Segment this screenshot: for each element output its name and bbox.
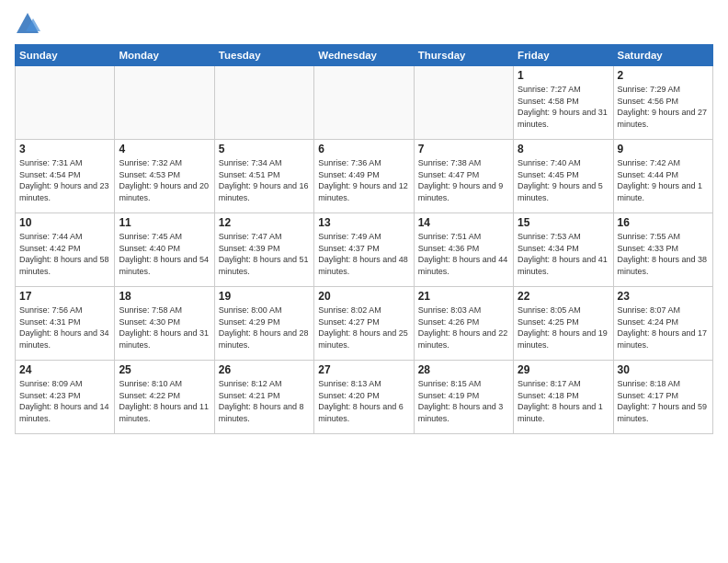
weekday-monday: Monday: [115, 45, 214, 66]
day-number: 11: [119, 216, 210, 229]
day-info: Sunrise: 8:17 AM Sunset: 4:18 PM Dayligh…: [518, 378, 609, 424]
day-number: 13: [318, 216, 409, 229]
day-number: 5: [219, 143, 310, 155]
day-info: Sunrise: 7:55 AM Sunset: 4:33 PM Dayligh…: [618, 231, 709, 277]
header: [15, 11, 713, 37]
day-number: 4: [119, 143, 210, 155]
day-info: Sunrise: 7:40 AM Sunset: 4:45 PM Dayligh…: [518, 157, 609, 203]
day-info: Sunrise: 8:02 AM Sunset: 4:27 PM Dayligh…: [318, 304, 409, 350]
calendar-cell: [214, 66, 313, 140]
weekday-tuesday: Tuesday: [214, 45, 313, 66]
calendar-cell: 22Sunrise: 8:05 AM Sunset: 4:25 PM Dayli…: [514, 287, 613, 361]
day-number: 2: [618, 69, 709, 82]
calendar-cell: 29Sunrise: 8:17 AM Sunset: 4:18 PM Dayli…: [514, 361, 613, 434]
calendar-cell: [314, 66, 414, 140]
calendar-cell: 11Sunrise: 7:45 AM Sunset: 4:40 PM Dayli…: [115, 213, 214, 287]
calendar-cell: [115, 66, 214, 140]
day-info: Sunrise: 7:31 AM Sunset: 4:54 PM Dayligh…: [19, 157, 110, 203]
day-number: 25: [119, 363, 210, 376]
weekday-sunday: Sunday: [16, 45, 115, 66]
day-info: Sunrise: 7:51 AM Sunset: 4:36 PM Dayligh…: [418, 231, 509, 277]
day-number: 17: [19, 290, 110, 303]
day-number: 21: [418, 290, 509, 303]
logo: [15, 11, 42, 37]
weekday-saturday: Saturday: [613, 45, 712, 66]
week-row-2: 3Sunrise: 7:31 AM Sunset: 4:54 PM Daylig…: [16, 140, 713, 213]
calendar-cell: 10Sunrise: 7:44 AM Sunset: 4:42 PM Dayli…: [16, 213, 115, 287]
day-number: 22: [518, 290, 609, 303]
calendar-cell: 30Sunrise: 8:18 AM Sunset: 4:17 PM Dayli…: [613, 361, 712, 434]
weekday-friday: Friday: [514, 45, 613, 66]
calendar-cell: 4Sunrise: 7:32 AM Sunset: 4:53 PM Daylig…: [115, 140, 214, 213]
day-number: 7: [418, 143, 509, 155]
page: SundayMondayTuesdayWednesdayThursdayFrid…: [0, 0, 728, 563]
calendar-cell: 26Sunrise: 8:12 AM Sunset: 4:21 PM Dayli…: [214, 361, 313, 434]
calendar-cell: 25Sunrise: 8:10 AM Sunset: 4:22 PM Dayli…: [115, 361, 214, 434]
weekday-thursday: Thursday: [414, 45, 513, 66]
day-info: Sunrise: 8:12 AM Sunset: 4:21 PM Dayligh…: [219, 378, 310, 424]
day-info: Sunrise: 8:09 AM Sunset: 4:23 PM Dayligh…: [19, 378, 110, 424]
day-number: 15: [518, 216, 609, 229]
day-number: 30: [618, 363, 709, 376]
day-info: Sunrise: 8:15 AM Sunset: 4:19 PM Dayligh…: [418, 378, 509, 424]
weekday-header-row: SundayMondayTuesdayWednesdayThursdayFrid…: [16, 45, 713, 66]
calendar-cell: 5Sunrise: 7:34 AM Sunset: 4:51 PM Daylig…: [214, 140, 313, 213]
day-number: 10: [19, 216, 110, 229]
calendar-cell: 15Sunrise: 7:53 AM Sunset: 4:34 PM Dayli…: [514, 213, 613, 287]
day-number: 23: [618, 290, 709, 303]
calendar-cell: 9Sunrise: 7:42 AM Sunset: 4:44 PM Daylig…: [613, 140, 712, 213]
calendar-cell: 24Sunrise: 8:09 AM Sunset: 4:23 PM Dayli…: [16, 361, 115, 434]
day-info: Sunrise: 7:38 AM Sunset: 4:47 PM Dayligh…: [418, 157, 509, 203]
day-info: Sunrise: 7:27 AM Sunset: 4:58 PM Dayligh…: [518, 84, 609, 130]
day-info: Sunrise: 8:18 AM Sunset: 4:17 PM Dayligh…: [618, 378, 709, 424]
calendar-cell: 20Sunrise: 8:02 AM Sunset: 4:27 PM Dayli…: [314, 287, 414, 361]
calendar-cell: 14Sunrise: 7:51 AM Sunset: 4:36 PM Dayli…: [414, 213, 513, 287]
calendar-cell: [16, 66, 115, 140]
day-info: Sunrise: 7:53 AM Sunset: 4:34 PM Dayligh…: [518, 231, 609, 277]
day-number: 6: [318, 143, 409, 155]
day-number: 3: [19, 143, 110, 155]
day-number: 20: [318, 290, 409, 303]
day-info: Sunrise: 8:10 AM Sunset: 4:22 PM Dayligh…: [119, 378, 210, 424]
day-number: 12: [219, 216, 310, 229]
calendar-cell: 21Sunrise: 8:03 AM Sunset: 4:26 PM Dayli…: [414, 287, 513, 361]
calendar-cell: 19Sunrise: 8:00 AM Sunset: 4:29 PM Dayli…: [214, 287, 313, 361]
calendar-cell: 7Sunrise: 7:38 AM Sunset: 4:47 PM Daylig…: [414, 140, 513, 213]
day-info: Sunrise: 7:45 AM Sunset: 4:40 PM Dayligh…: [119, 231, 210, 277]
week-row-1: 1Sunrise: 7:27 AM Sunset: 4:58 PM Daylig…: [16, 66, 713, 140]
day-info: Sunrise: 7:56 AM Sunset: 4:31 PM Dayligh…: [19, 304, 110, 350]
day-number: 29: [518, 363, 609, 376]
calendar-cell: 28Sunrise: 8:15 AM Sunset: 4:19 PM Dayli…: [414, 361, 513, 434]
week-row-5: 24Sunrise: 8:09 AM Sunset: 4:23 PM Dayli…: [16, 361, 713, 434]
day-number: 1: [518, 69, 609, 82]
day-info: Sunrise: 8:13 AM Sunset: 4:20 PM Dayligh…: [318, 378, 409, 424]
day-info: Sunrise: 7:49 AM Sunset: 4:37 PM Dayligh…: [318, 231, 409, 277]
week-row-4: 17Sunrise: 7:56 AM Sunset: 4:31 PM Dayli…: [16, 287, 713, 361]
day-number: 27: [318, 363, 409, 376]
calendar-cell: 27Sunrise: 8:13 AM Sunset: 4:20 PM Dayli…: [314, 361, 414, 434]
calendar-cell: 13Sunrise: 7:49 AM Sunset: 4:37 PM Dayli…: [314, 213, 414, 287]
day-number: 18: [119, 290, 210, 303]
day-number: 9: [618, 143, 709, 155]
day-number: 26: [219, 363, 310, 376]
day-number: 8: [518, 143, 609, 155]
day-info: Sunrise: 8:00 AM Sunset: 4:29 PM Dayligh…: [219, 304, 310, 350]
day-info: Sunrise: 7:32 AM Sunset: 4:53 PM Dayligh…: [119, 157, 210, 203]
calendar-cell: 12Sunrise: 7:47 AM Sunset: 4:39 PM Dayli…: [214, 213, 313, 287]
day-info: Sunrise: 7:44 AM Sunset: 4:42 PM Dayligh…: [19, 231, 110, 277]
day-number: 24: [19, 363, 110, 376]
day-info: Sunrise: 7:47 AM Sunset: 4:39 PM Dayligh…: [219, 231, 310, 277]
calendar-cell: 1Sunrise: 7:27 AM Sunset: 4:58 PM Daylig…: [514, 66, 613, 140]
day-info: Sunrise: 7:58 AM Sunset: 4:30 PM Dayligh…: [119, 304, 210, 350]
day-number: 16: [618, 216, 709, 229]
calendar-cell: 8Sunrise: 7:40 AM Sunset: 4:45 PM Daylig…: [514, 140, 613, 213]
calendar-cell: 2Sunrise: 7:29 AM Sunset: 4:56 PM Daylig…: [613, 66, 712, 140]
calendar-cell: 18Sunrise: 7:58 AM Sunset: 4:30 PM Dayli…: [115, 287, 214, 361]
calendar-cell: 17Sunrise: 7:56 AM Sunset: 4:31 PM Dayli…: [16, 287, 115, 361]
weekday-wednesday: Wednesday: [314, 45, 414, 66]
day-number: 14: [418, 216, 509, 229]
day-number: 19: [219, 290, 310, 303]
logo-icon: [15, 11, 40, 37]
calendar-cell: 6Sunrise: 7:36 AM Sunset: 4:49 PM Daylig…: [314, 140, 414, 213]
calendar: SundayMondayTuesdayWednesdayThursdayFrid…: [15, 44, 713, 434]
